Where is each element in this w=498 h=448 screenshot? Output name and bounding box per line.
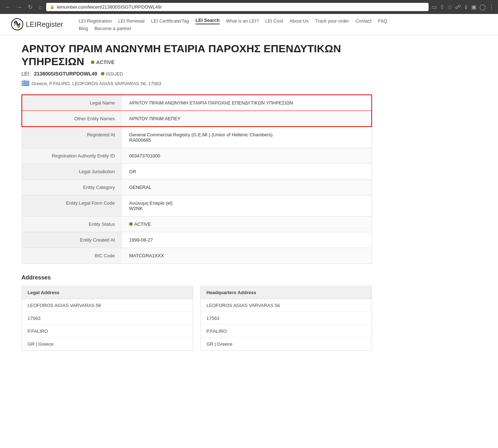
label-reg-authority-id: Registration Authority Entity ID bbox=[22, 148, 122, 164]
nav-lei-search[interactable]: LEI Search bbox=[195, 18, 219, 24]
download-icon[interactable]: ⇓ bbox=[464, 4, 468, 10]
status-dot bbox=[91, 60, 94, 64]
value-reg-authority-id: 003473701000 bbox=[122, 148, 372, 164]
label-bic-code: BIC Code bbox=[22, 248, 122, 264]
value-legal-jurisdiction: GR bbox=[122, 164, 372, 180]
entity-status-dot bbox=[129, 222, 133, 226]
label-entity-status: Entity Status bbox=[22, 216, 122, 232]
label-entity-category: Entity Category bbox=[22, 180, 122, 195]
profile-icon[interactable]: ◯ bbox=[479, 4, 486, 10]
value-entity-legal-form: Ανώνυμη Εταιρία (el)W2NK bbox=[122, 195, 372, 216]
lock-icon: 🔒 bbox=[50, 5, 55, 9]
label-legal-jurisdiction: Legal Jurisdiction bbox=[22, 164, 122, 180]
value-entity-category: GENERAL bbox=[122, 180, 372, 195]
label-entity-legal-form: Entity Legal Form Code bbox=[22, 195, 122, 216]
table-row-legal-name: Legal Name ΑΡΝΤΟΥ ΠΡΑΙΜ ΑΝΩΝΥΜΗ ΕΤΑΙΡΙΑ … bbox=[22, 95, 372, 111]
logo-text: LEIRegister bbox=[26, 20, 63, 29]
value-legal-name: ΑΡΝΤΟΥ ΠΡΑΙΜ ΑΝΩΝΥΜΗ ΕΤΑΙΡΙΑ ΠΑΡΟΧΗΣ ΕΠΕ… bbox=[122, 95, 372, 111]
logo[interactable]: LEIRegister bbox=[11, 18, 68, 31]
value-entity-created: 1999-08-27 bbox=[122, 232, 372, 248]
table-row-registered-at: Registered At General Commercial Registr… bbox=[22, 127, 372, 148]
label-entity-created: Entity Created At bbox=[22, 232, 122, 248]
value-registered-at: General Commercial Registry (G.E.MI.) (U… bbox=[122, 127, 372, 148]
table-row-reg-authority-id: Registration Authority Entity ID 0034737… bbox=[22, 148, 372, 164]
back-button[interactable]: ← bbox=[4, 3, 12, 11]
nav-row-2: Blog Become a partner bbox=[79, 26, 387, 31]
company-address-text: Greece, P.FALIRO, LEOFOROS AGIAS VARVARA… bbox=[31, 81, 161, 86]
nav-row-1: LEI Registration LEI Renewal LEI Certifi… bbox=[79, 18, 387, 24]
table-row-entity-created: Entity Created At 1999-08-27 bbox=[22, 232, 372, 248]
layout-icon[interactable]: ▣ bbox=[471, 4, 477, 10]
legal-address-header: Legal Address bbox=[22, 286, 193, 299]
main-content: ΑΡΝΤΟΥ ΠΡΑΙΜ ΑΝΩΝΥΜΗ ΕΤΑΙΡΙΑ ΠΑΡΟΧΗΣ ΕΠΕ… bbox=[0, 35, 394, 365]
entity-data-table: Legal Name ΑΡΝΤΟΥ ΠΡΑΙΜ ΑΝΩΝΥΜΗ ΕΤΑΙΡΙΑ … bbox=[21, 94, 372, 264]
table-row-legal-jurisdiction: Legal Jurisdiction GR bbox=[22, 164, 372, 180]
logo-icon bbox=[11, 18, 24, 31]
greece-flag-icon: 🇬🇷 bbox=[21, 79, 29, 87]
nav-what-is-lei[interactable]: What is an LEI? bbox=[226, 18, 259, 24]
table-row-entity-category: Entity Category GENERAL bbox=[22, 180, 372, 195]
table-row-other-entity-names: Other Entity Names ΑΡΝΤΟΥ ΠΡΑΙΜ ΑΕΠΕΥ bbox=[22, 111, 372, 127]
share-icon[interactable]: ⇧ bbox=[440, 4, 444, 10]
company-address-row: 🇬🇷 Greece, P.FALIRO, LEOFOROS AGIAS VARV… bbox=[21, 79, 372, 87]
forward-button[interactable]: → bbox=[15, 3, 24, 11]
extension-icon[interactable]: ☍ bbox=[455, 4, 461, 10]
nav-contact[interactable]: Contact bbox=[356, 18, 372, 24]
nav-lei-registration[interactable]: LEI Registration bbox=[79, 18, 112, 24]
navigation: LEI Registration LEI Renewal LEI Certifi… bbox=[79, 18, 387, 31]
table-row-entity-status: Entity Status ACTIVE bbox=[22, 216, 372, 232]
nav-about-us[interactable]: About Us bbox=[289, 18, 308, 24]
table-row-entity-legal-form: Entity Legal Form Code Ανώνυμη Εταιρία (… bbox=[22, 195, 372, 216]
legal-address-country: GR | Greece bbox=[22, 338, 193, 350]
label-registered-at: Registered At bbox=[22, 127, 122, 148]
lei-label: LEI: bbox=[21, 71, 30, 77]
logo-normal: Register bbox=[36, 20, 63, 28]
home-button[interactable]: ⌂ bbox=[37, 3, 43, 11]
company-status-text: ACTIVE bbox=[96, 59, 114, 65]
company-title: ΑΡΝΤΟΥ ΠΡΑΙΜ ΑΝΩΝΥΜΗ ΕΤΑΙΡΙΑ ΠΑΡΟΧΗΣ ΕΠΕ… bbox=[21, 42, 372, 68]
nav-blog[interactable]: Blog bbox=[79, 26, 88, 31]
nav-lei-certificate[interactable]: LEI Certificate/Tag bbox=[151, 18, 189, 24]
menu-icon[interactable]: ⋮ bbox=[489, 4, 494, 10]
value-bic-code: MATCGRA1XXX bbox=[122, 248, 372, 264]
site-header: LEIRegister LEI Registration LEI Renewal… bbox=[0, 14, 498, 35]
company-title-text: ΑΡΝΤΟΥ ΠΡΑΙΜ ΑΝΩΝΥΜΗ ΕΤΑΙΡΙΑ ΠΑΡΟΧΗΣ ΕΠΕ… bbox=[21, 43, 341, 67]
url-text: leinumber.com/leicert/213800SISGTURPDOWL… bbox=[57, 4, 162, 10]
browser-toolbar: ▭ ⇧ ☆ ☍ ⇓ ▣ ◯ ⋮ bbox=[431, 4, 494, 10]
issued-dot bbox=[101, 72, 104, 76]
company-status-badge: ACTIVE bbox=[91, 59, 114, 65]
nav-track-order[interactable]: Track your order bbox=[315, 18, 349, 24]
hq-address-country: GR | Greece bbox=[201, 338, 372, 350]
hq-address-street: LEOFOROS AGIAS VARVARAS 56 bbox=[201, 299, 372, 312]
value-entity-status: ACTIVE bbox=[122, 216, 372, 232]
nav-lei-cost[interactable]: LEI Cost bbox=[265, 18, 283, 24]
cast-icon[interactable]: ▭ bbox=[431, 4, 437, 10]
lei-code: 213800SISGTURPDOWL49 bbox=[34, 71, 97, 77]
address-cards: Legal Address LEOFOROS AGIAS VARVARAS 56… bbox=[21, 286, 372, 351]
label-legal-name: Legal Name bbox=[22, 95, 122, 111]
nav-faq[interactable]: FAQ bbox=[378, 18, 387, 24]
legal-address-city: P.FALIRO bbox=[22, 325, 193, 338]
legal-address-postal: 17563 bbox=[22, 312, 193, 325]
hq-address-header: Headquarters Address bbox=[201, 286, 372, 299]
hq-address-postal: 17563 bbox=[201, 312, 372, 325]
bookmark-icon[interactable]: ☆ bbox=[447, 4, 452, 10]
refresh-button[interactable]: ↻ bbox=[26, 3, 34, 11]
address-bar[interactable]: 🔒 leinumber.com/leicert/213800SISGTURPDO… bbox=[46, 3, 429, 11]
hq-address-card: Headquarters Address LEOFOROS AGIAS VARV… bbox=[200, 286, 372, 351]
legal-address-card: Legal Address LEOFOROS AGIAS VARVARAS 56… bbox=[21, 286, 193, 351]
addresses-section-title: Addresses bbox=[21, 274, 372, 281]
legal-address-street: LEOFOROS AGIAS VARVARAS 56 bbox=[22, 299, 193, 312]
hq-address-city: P.FALIRO bbox=[201, 325, 372, 338]
logo-bold: LEI bbox=[26, 20, 36, 28]
lei-row: LEI: 213800SISGTURPDOWL49 ISSUED bbox=[21, 71, 372, 77]
lei-status-text: ISSUED bbox=[106, 71, 123, 77]
nav-become-partner[interactable]: Become a partner bbox=[94, 26, 131, 31]
browser-chrome: ← → ↻ ⌂ 🔒 leinumber.com/leicert/213800SI… bbox=[0, 0, 498, 14]
nav-lei-renewal[interactable]: LEI Renewal bbox=[118, 18, 145, 24]
label-other-entity-names: Other Entity Names bbox=[22, 111, 122, 127]
table-row-bic-code: BIC Code MATCGRA1XXX bbox=[22, 248, 372, 264]
lei-issued-badge: ISSUED bbox=[101, 71, 123, 77]
value-other-entity-names: ΑΡΝΤΟΥ ΠΡΑΙΜ ΑΕΠΕΥ bbox=[122, 111, 372, 127]
